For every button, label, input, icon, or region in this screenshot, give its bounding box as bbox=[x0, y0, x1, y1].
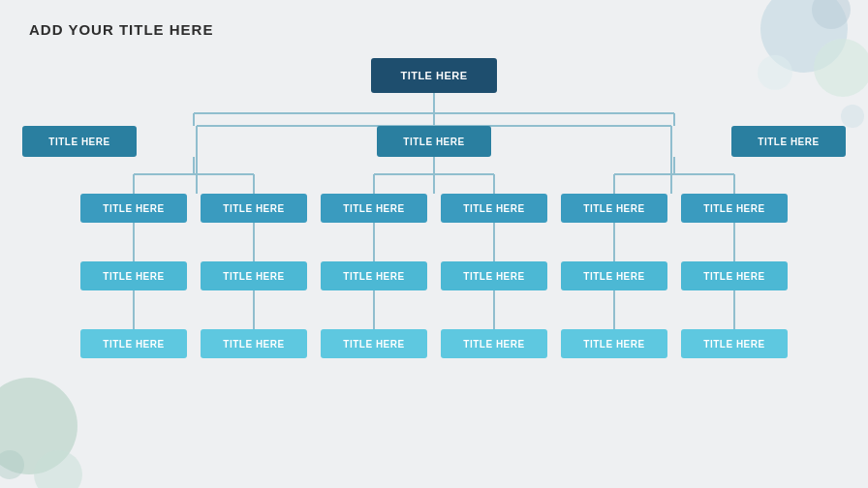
level4-box-4[interactable]: TITLE HERE bbox=[561, 329, 667, 358]
level2-box-0[interactable]: TITLE HERE bbox=[80, 194, 187, 223]
level1-box-1[interactable]: TITLE HERE bbox=[377, 126, 491, 157]
page-title: ADD YOUR TITLE HERE bbox=[29, 21, 213, 38]
org-chart: TITLE HERE TITLE HERE TITLE HERE TITLE H… bbox=[19, 58, 849, 474]
level3-box-3[interactable]: TITLE HERE bbox=[441, 261, 547, 290]
level1-box-2[interactable]: TITLE HERE bbox=[731, 126, 846, 157]
level3-box-0[interactable]: TITLE HERE bbox=[80, 261, 187, 290]
level4-box-5[interactable]: TITLE HERE bbox=[681, 329, 788, 358]
org-row-level3: TITLE HERE TITLE HERE TITLE HERE TITLE H… bbox=[19, 261, 849, 290]
org-row-level4: TITLE HERE TITLE HERE TITLE HERE TITLE H… bbox=[19, 329, 849, 358]
svg-point-3 bbox=[812, 0, 851, 29]
level4-box-2[interactable]: TITLE HERE bbox=[321, 329, 427, 358]
level4-box-0[interactable]: TITLE HERE bbox=[80, 329, 187, 358]
level2-box-1[interactable]: TITLE HERE bbox=[201, 194, 307, 223]
level2-box-3[interactable]: TITLE HERE bbox=[441, 194, 547, 223]
level3-box-2[interactable]: TITLE HERE bbox=[321, 261, 427, 290]
level2-box-2[interactable]: TITLE HERE bbox=[321, 194, 427, 223]
level2-box-5[interactable]: TITLE HERE bbox=[681, 194, 788, 223]
org-row-root: TITLE HERE bbox=[19, 58, 849, 93]
root-box[interactable]: TITLE HERE bbox=[371, 58, 497, 93]
level2-box-4[interactable]: TITLE HERE bbox=[561, 194, 667, 223]
level4-box-3[interactable]: TITLE HERE bbox=[441, 329, 547, 358]
org-row-level2: TITLE HERE TITLE HERE TITLE HERE TITLE H… bbox=[19, 194, 849, 223]
level1-box-0[interactable]: TITLE HERE bbox=[22, 126, 137, 157]
level3-box-4[interactable]: TITLE HERE bbox=[561, 261, 667, 290]
level4-box-1[interactable]: TITLE HERE bbox=[201, 329, 307, 358]
level3-box-5[interactable]: TITLE HERE bbox=[681, 261, 788, 290]
org-row-level1: TITLE HERE TITLE HERE TITLE HERE bbox=[19, 126, 849, 157]
level3-box-1[interactable]: TITLE HERE bbox=[201, 261, 307, 290]
